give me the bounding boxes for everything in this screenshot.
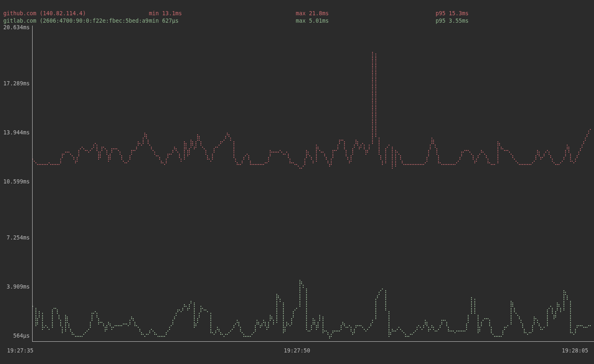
y-axis-line	[32, 26, 33, 341]
target-gitlab-host: gitlab.com (2606:4700:90:0:f22e:fbec:5be…	[3, 18, 148, 24]
y-axis-label-13944: 13.944ms	[0, 129, 30, 136]
y-axis-label-7254: 7.254ms	[0, 235, 30, 241]
y-axis-label-564us: 564µs	[0, 333, 30, 339]
x-axis-label-center: 19:27:50	[268, 348, 326, 354]
target-github-max-stat: max 21.8ms	[296, 10, 329, 17]
x-axis-line	[32, 341, 594, 342]
target-github-host: github.com (140.82.114.4)	[3, 10, 148, 17]
target-github-min-stat: min 13.1ms	[149, 10, 182, 17]
target-github-p95-stat: p95 15.3ms	[436, 10, 469, 17]
target-gitlab-p95-stat: p95 3.55ms	[436, 18, 469, 24]
target-gitlab-max-stat: max 5.01ms	[296, 18, 329, 24]
latency-chart-canvas	[0, 0, 594, 364]
y-axis-label-17289: 17.289ms	[0, 80, 30, 87]
gping-terminal-screen: github.com (140.82.114.4) min 13.1ms max…	[0, 0, 594, 364]
y-axis-label-3909: 3.909ms	[0, 284, 30, 290]
y-axis-label-20634: 20.634ms	[0, 24, 30, 31]
x-axis-label-start: 19:27:35	[7, 348, 33, 354]
target-gitlab-min-stat: min 627µs	[149, 18, 179, 24]
y-axis-label-10599: 10.599ms	[0, 178, 30, 185]
x-axis-label-end: 19:28:05	[539, 348, 588, 354]
